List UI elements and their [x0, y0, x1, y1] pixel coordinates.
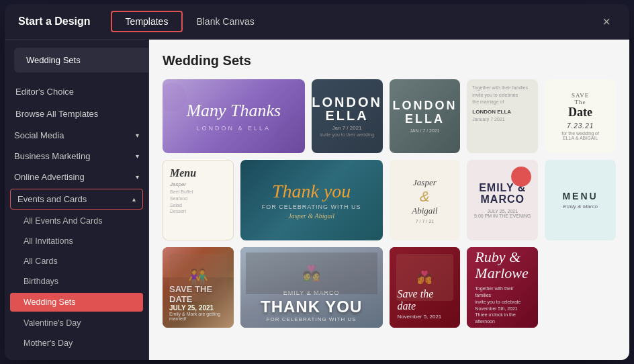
- template-card[interactable]: MENU Emily & Marco: [545, 160, 616, 240]
- card-r2c4-title2: MARCO: [481, 193, 525, 206]
- template-row-3: SAVE THE DATE JULY 25, 2021 Emily & Mark…: [163, 247, 616, 328]
- content-area: Wedding Sets Many Thanks LONDON & ELLA: [149, 40, 629, 360]
- card-r1c5-sub: for the wedding ofELLA & ABIGAIL: [561, 131, 599, 140]
- template-card[interactable]: LONDONELLA JAN / 7 / 2021: [390, 79, 461, 153]
- sidebar-item-editors-choice[interactable]: Editor's Choice: [5, 81, 148, 103]
- template-card[interactable]: Save The Date 7.23.21 for the wedding of…: [545, 79, 616, 153]
- sidebar-section-business-label: Business Marketing: [14, 151, 90, 161]
- tab-blank-canvas[interactable]: Blank Canvas: [183, 11, 267, 32]
- template-card[interactable]: Thank you FOR CELEBRATING WITH US Jasper…: [240, 160, 383, 240]
- content-title: Wedding Sets: [163, 53, 616, 69]
- sidebar-subitem-all-invitations[interactable]: All Invitations: [5, 231, 148, 251]
- search-input[interactable]: [19, 50, 146, 70]
- close-button[interactable]: ×: [597, 12, 616, 31]
- chevron-down-icon: ▾: [136, 132, 139, 139]
- card-r2c3-amp: &: [420, 188, 430, 206]
- tab-group: Templates Blank Canvas: [111, 11, 268, 32]
- card-r2c5-sub: Emily & Marco: [563, 203, 598, 210]
- card-r2c2-names: Jasper & Abigail: [288, 212, 334, 220]
- card-r3c3-line1: Save the: [398, 288, 442, 300]
- card-r3c4-sub: Together with their familiesinvite you t…: [475, 285, 530, 325]
- card-r2c1-title: Menu: [170, 167, 196, 179]
- sidebar-subitem-wedding-sets[interactable]: Wedding Sets: [10, 293, 143, 312]
- card-r1c5-the: The: [575, 99, 586, 105]
- card-r2c1-items: Beef Buffet Seafood Salad Dessert: [170, 189, 193, 215]
- sidebar-section-online-advertising[interactable]: Online Advertising ▾: [5, 167, 148, 187]
- decorative-circle: [511, 167, 531, 187]
- modal: Start a Design Templates Blank Canvas × …: [5, 4, 629, 360]
- card-r3c1-sub: Emily & Mark are getting married!: [169, 312, 227, 321]
- sidebar-section-social-media-label: Social Media: [14, 130, 64, 140]
- template-row-2: Menu Jasper Beef Buffet Seafood Salad De…: [163, 160, 616, 240]
- card-r1c3-title: LONDONELLA: [392, 99, 457, 126]
- card-r2c3-name2: Abigail: [412, 206, 437, 216]
- svg-point-1: [276, 116, 304, 153]
- template-card[interactable]: SAVE THE DATE JULY 25, 2021 Emily & Mark…: [163, 247, 234, 328]
- card-r2c2-title: Thank you: [272, 181, 351, 202]
- card-r1c1-title: Many Thanks: [186, 101, 281, 121]
- photo-placeholder: 👫: [169, 254, 227, 301]
- card-r2c5-title: MENU: [562, 191, 598, 201]
- template-card[interactable]: Together with their families invite you …: [467, 79, 538, 153]
- card-r3c2-main: THANK YOU: [261, 298, 362, 316]
- card-r1c2-date: Jan 7 / 2021: [332, 125, 362, 131]
- template-row-1: Many Thanks LONDON & ELLA LONDONELLA Jan…: [163, 79, 616, 153]
- card-r1c5-date: Date: [568, 105, 592, 120]
- modal-body: × 🔍 Editor's Choice Browse All Templates…: [5, 40, 629, 360]
- sidebar-section-events-cards[interactable]: Events and Cards ▴: [10, 189, 143, 210]
- template-card[interactable]: Jasper & Abigail 7 / 7 / 21: [390, 160, 461, 240]
- chevron-down-icon: ▾: [136, 152, 139, 160]
- chevron-down-icon: ▾: [136, 173, 139, 181]
- sidebar-section-events-label: Events and Cards: [17, 194, 87, 204]
- search-area: × 🔍: [5, 40, 148, 81]
- card-r1c4-text: Together with their families invite you …: [472, 85, 533, 123]
- chevron-up-icon: ▴: [132, 195, 136, 203]
- card-r1c5-top: Save: [572, 92, 589, 99]
- card-r1c5-datenum: 7.23.21: [567, 122, 594, 130]
- template-card[interactable]: Menu Jasper Beef Buffet Seafood Salad De…: [163, 160, 234, 240]
- card-r3c4-name1: Ruby &: [475, 250, 520, 265]
- tab-templates[interactable]: Templates: [111, 11, 183, 32]
- card-r3c2-sub: FOR CELEBRATING WITH US: [267, 316, 357, 322]
- search-wrapper: × 🔍: [14, 48, 149, 73]
- modal-header: Start a Design Templates Blank Canvas ×: [5, 4, 629, 40]
- card-r1c2-title: LONDONELLA: [312, 95, 382, 122]
- svg-point-0: [163, 83, 186, 111]
- sidebar-section-social-media[interactable]: Social Media ▾: [5, 125, 148, 146]
- sidebar-section-business-marketing[interactable]: Business Marketing ▾: [5, 146, 148, 167]
- sidebar-subitem-all-cards[interactable]: All Cards: [5, 251, 148, 271]
- sidebar-item-browse-all[interactable]: Browse All Templates: [5, 103, 148, 125]
- card-r2c4-sub: JULY 25, 20215:00 PM IN THE EVENING: [474, 209, 531, 218]
- card-r1c3-date: JAN / 7 / 2021: [410, 128, 439, 133]
- template-card[interactable]: LONDONELLA Jan 7 / 2021 Invite you to th…: [312, 79, 383, 153]
- sidebar-subitem-winter-holiday[interactable]: Winter Holiday: [5, 353, 148, 360]
- sidebar-subitem-all-events[interactable]: All Events And Cards: [5, 211, 148, 231]
- card-r2c1-name: Jasper: [170, 181, 186, 187]
- card-r3c4-name2: Marlowe: [475, 265, 528, 282]
- sidebar-subitem-birthdays[interactable]: Birthdays: [5, 271, 148, 291]
- card-r2c2-subtitle: FOR CELEBRATING WITH US: [262, 203, 361, 210]
- card-r2c3-date: 7 / 7 / 21: [416, 219, 434, 224]
- card-r2c3-name1: Jasper: [413, 177, 437, 188]
- card-r3c1-line2: JULY 25, 2021: [169, 304, 227, 312]
- sidebar-subitem-mothers-day[interactable]: Mother's Day: [5, 333, 148, 353]
- template-card[interactable]: EMILY & MARCO THANK YOU FOR CELEBRATING …: [240, 247, 383, 328]
- card-r1c2-sub: Invite you to their wedding: [320, 132, 374, 137]
- template-card[interactable]: 💏 Save the date November 5, 2021: [390, 247, 461, 328]
- template-card[interactable]: Ruby & Marlowe Together with their famil…: [467, 247, 538, 328]
- card-r3c3-line2: date: [398, 300, 442, 312]
- sidebar: × 🔍 Editor's Choice Browse All Templates…: [5, 40, 149, 360]
- sidebar-section-online-label: Online Advertising: [14, 172, 85, 182]
- template-card[interactable]: Many Thanks LONDON & ELLA: [163, 79, 305, 153]
- card-r3c3-text: Save the date November 5, 2021: [398, 288, 442, 320]
- card-r3c3-date: November 5, 2021: [398, 314, 442, 320]
- modal-title: Start a Design: [18, 15, 91, 28]
- template-card[interactable]: EMILY & MARCO JULY 25, 20215:00 PM IN TH…: [467, 160, 538, 240]
- card-r1c1-subtitle: LONDON & ELLA: [197, 125, 271, 132]
- photo-placeholder-2: 💑: [246, 253, 377, 294]
- sidebar-subitem-valentines-day[interactable]: Valentine's Day: [5, 313, 148, 333]
